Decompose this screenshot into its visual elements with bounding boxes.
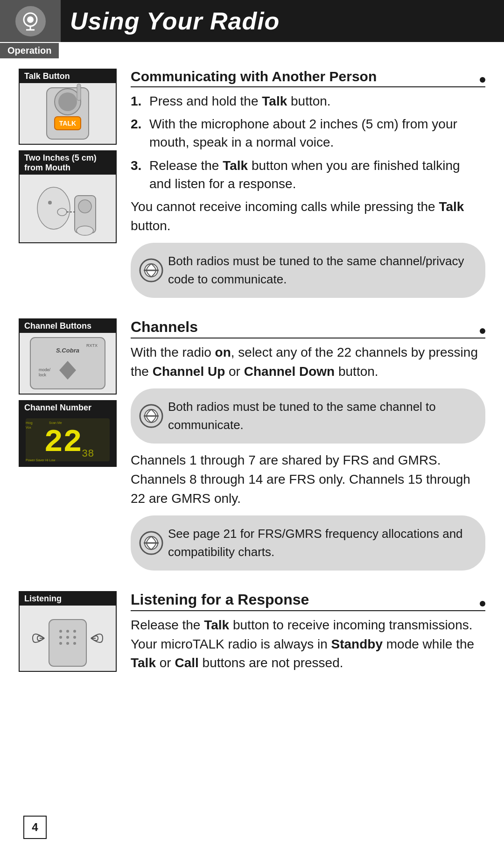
talk-button-image: TALK — [20, 83, 116, 144]
right-content-channels: Channels With the radio on, select any o… — [126, 318, 485, 578]
svg-point-50 — [66, 636, 69, 639]
listening-image-box: Listening — [19, 591, 117, 672]
communicating-info-box: Both radios must be tuned to the same ch… — [131, 243, 485, 298]
step-2: 2. With the microphone about 2 inches (5… — [131, 115, 485, 151]
communicating-steps: 1. Press and hold the Talk button. 2. Wi… — [131, 92, 485, 193]
step-1: 1. Press and hold the Talk button. — [131, 92, 485, 110]
left-images-communicating: Talk Button TALK — [19, 69, 126, 305]
svg-point-46 — [59, 630, 62, 633]
channels-heading: Channels — [131, 318, 485, 338]
operation-label: Operation — [0, 43, 59, 58]
right-content-communicating: Communicating with Another Person 1. Pre… — [126, 69, 485, 305]
svg-point-13 — [57, 208, 67, 216]
channel-number-label: Channel Number — [20, 401, 116, 415]
header-icon — [15, 6, 46, 36]
channels-info-box-2: See page 21 for FRS/GMRS frequency alloc… — [131, 515, 485, 571]
info-icon-3 — [139, 531, 163, 555]
svg-point-14 — [48, 201, 52, 204]
svg-text:Power Saver Hi Low: Power Saver Hi Low — [26, 458, 56, 462]
svg-point-18 — [77, 226, 93, 235]
svg-text:lock: lock — [39, 373, 47, 377]
svg-text:Hog: Hog — [26, 421, 33, 425]
info-icon-2 — [139, 404, 163, 428]
listening-svg — [20, 606, 116, 671]
talk-button-label: Talk Button — [20, 70, 116, 83]
svg-point-52 — [59, 642, 62, 645]
two-inches-image-box: Two Inches (5 cm) from Mouth — [19, 150, 117, 243]
right-content-listening: Listening for a Response Release the Tal… — [126, 591, 485, 677]
svg-text:TALK: TALK — [59, 120, 76, 127]
listening-text: Release the Talk button to receive incom… — [131, 616, 485, 673]
listening-image — [20, 606, 116, 671]
channels-info-box-1: Both radios must be tuned to the same ch… — [131, 388, 485, 444]
talk-button-image-box: Talk Button TALK — [19, 69, 117, 145]
svg-text:Scan Me: Scan Me — [49, 421, 62, 424]
channel-buttons-label: Channel Buttons — [20, 319, 116, 333]
channel-buttons-image: S.Cobra mode/ lock RXTX — [20, 333, 116, 394]
svg-point-16 — [78, 200, 91, 213]
svg-text:RXTX: RXTX — [86, 343, 98, 348]
talk-button-svg: TALK — [20, 83, 116, 144]
svg-point-54 — [73, 642, 76, 645]
page-number: 4 — [23, 816, 47, 839]
step-3: 3. Release the Talk button when you are … — [131, 156, 485, 193]
svg-text:22: 22 — [44, 424, 82, 460]
channels-heading-dot — [480, 328, 485, 334]
listening-label: Listening — [20, 592, 116, 606]
listening-section: Listening — [19, 591, 485, 677]
spacer-channels — [19, 305, 485, 318]
communicating-section: Talk Button TALK — [19, 69, 485, 305]
svg-point-53 — [66, 642, 69, 645]
svg-point-12 — [37, 187, 70, 229]
listening-heading: Listening for a Response — [131, 591, 485, 611]
channel-buttons-image-box: Channel Buttons S.Cobra mode/ lock — [19, 318, 117, 395]
svg-point-48 — [73, 630, 76, 633]
header-icon-box — [0, 0, 61, 42]
info-icon-1 — [139, 258, 163, 282]
svg-point-49 — [59, 636, 62, 639]
channel-display-svg: 22 Hog Vox Scan Me Power Saver Hi Low 38 — [20, 415, 116, 466]
svg-rect-10 — [77, 84, 81, 100]
main-content: Talk Button TALK — [0, 58, 504, 677]
svg-text:38: 38 — [82, 448, 94, 460]
talk-note: You cannot receive incoming calls while … — [131, 197, 485, 235]
communicating-heading: Communicating with Another Person — [131, 69, 485, 87]
svg-point-7 — [58, 92, 77, 111]
page-header: Using Your Radio — [0, 0, 504, 42]
channel-buttons-svg: S.Cobra mode/ lock RXTX — [20, 333, 116, 394]
two-inches-label: Two Inches (5 cm) from Mouth — [20, 151, 116, 175]
channel-number-image-box: Channel Number 22 Hog Vox Scan Me Power … — [19, 400, 117, 467]
mouth-distance-svg — [20, 175, 116, 242]
channels-text: With the radio on, select any of the 22 … — [131, 343, 485, 381]
svg-point-47 — [66, 630, 69, 633]
channels-detail: Channels 1 through 7 are shared by FRS a… — [131, 451, 485, 508]
page-title: Using Your Radio — [61, 0, 280, 42]
svg-text:S.Cobra: S.Cobra — [56, 347, 79, 354]
two-inches-image — [20, 175, 116, 242]
heading-dot — [480, 77, 485, 83]
channels-section: Channel Buttons S.Cobra mode/ lock — [19, 318, 485, 578]
svg-text:Vox: Vox — [26, 426, 31, 429]
left-images-listening: Listening — [19, 591, 126, 677]
listening-heading-dot — [480, 601, 485, 606]
channel-number-image: 22 Hog Vox Scan Me Power Saver Hi Low 38 — [20, 415, 116, 466]
svg-point-1 — [27, 16, 34, 23]
svg-text:mode/: mode/ — [39, 367, 51, 372]
spacer-listening — [19, 578, 485, 591]
svg-point-51 — [73, 636, 76, 639]
left-images-channels: Channel Buttons S.Cobra mode/ lock — [19, 318, 126, 578]
